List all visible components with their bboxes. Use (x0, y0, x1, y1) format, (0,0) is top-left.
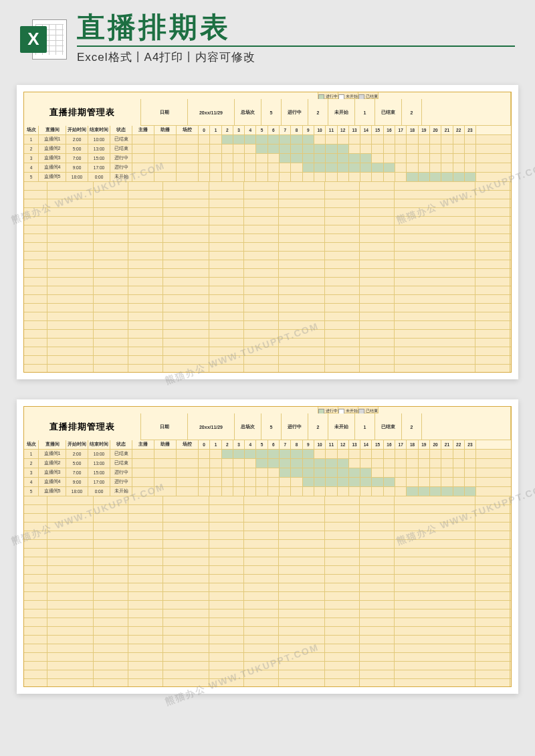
hour-header: 2 (222, 126, 233, 134)
hour-header: 20 (430, 440, 441, 449)
hour-header: 22 (453, 440, 465, 449)
hour-header: 23 (465, 440, 476, 449)
hour-header: 12 (338, 126, 349, 134)
sheet-title: 直播排期管理表 (24, 99, 141, 126)
stat-value: 2 (402, 99, 422, 126)
hour-header: 21 (441, 126, 453, 134)
hour-header: 18 (407, 440, 418, 449)
hour-header: 15 (372, 440, 383, 449)
stat-label: 未开始 (328, 99, 355, 126)
hour-header: 4 (245, 440, 256, 449)
table-row: 2直播间25:0013:00已结束 (24, 145, 511, 154)
stat-label: 进行中 (282, 99, 308, 126)
col-header-status: 状态 (110, 126, 132, 134)
col-header-assist: 助播 (154, 126, 177, 134)
col-header-anchor: 主播 (132, 126, 154, 134)
empty-grid (24, 182, 511, 372)
hour-header: 21 (441, 440, 453, 449)
title-block: 直播排期表 Excel格式丨A4打印丨内容可修改 (77, 13, 515, 65)
sheet-title: 直播排期管理表 (24, 413, 141, 440)
hour-header: 13 (349, 440, 360, 449)
hour-header: 19 (419, 440, 430, 449)
stat-value: 5 (261, 413, 282, 440)
hour-header: 11 (326, 126, 337, 134)
page-header: X 直播排期表 Excel格式丨A4打印丨内容可修改 (0, 0, 535, 72)
hour-header: 3 (233, 126, 245, 134)
hour-header: 10 (314, 440, 326, 449)
hour-header: 0 (199, 440, 210, 449)
hour-header: 10 (314, 126, 326, 134)
hour-header: 9 (303, 440, 314, 449)
col-header-start: 开始时间 (66, 126, 88, 134)
col-header-control: 场控 (177, 126, 199, 134)
col-header-idx: 场次 (24, 440, 39, 449)
stat-label: 总场次 (235, 413, 261, 440)
page-title: 直播排期表 (77, 13, 515, 41)
stat-label: 总场次 (235, 99, 261, 126)
hour-header: 17 (395, 126, 407, 134)
table-row: 3直播间37:0015:00进行中 (24, 468, 511, 478)
hour-header: 17 (395, 440, 407, 449)
preview-container: 进行中未开始已结束直播排期管理表日期20xx/11/29总场次5进行中2未开始1… (0, 72, 535, 707)
hour-header: 12 (338, 440, 349, 449)
hour-header: 18 (407, 126, 418, 134)
hour-header: 8 (291, 126, 302, 134)
hour-header: 4 (245, 126, 256, 134)
hour-header: 1 (210, 440, 221, 449)
sheet-preview-2: 进行中未开始已结束直播排期管理表日期20xx/11/29总场次5进行中2未开始1… (17, 399, 518, 694)
col-header-assist: 助播 (154, 440, 177, 449)
page-subtitle: Excel格式丨A4打印丨内容可修改 (77, 45, 515, 65)
stat-label: 日期 (141, 413, 188, 440)
col-header-start: 开始时间 (66, 440, 88, 449)
hour-header: 19 (419, 126, 430, 134)
stat-value: 5 (261, 99, 282, 126)
hour-header: 16 (384, 126, 395, 134)
table-row: 1直播间12:0010:00已结束 (24, 135, 511, 145)
hour-header: 5 (256, 126, 268, 134)
stat-label: 日期 (141, 99, 188, 126)
col-header-end: 结束时间 (88, 126, 110, 134)
stat-value: 1 (355, 99, 375, 126)
hour-header: 1 (210, 126, 221, 134)
hour-header: 20 (430, 126, 441, 134)
col-header-status: 状态 (110, 440, 132, 449)
table-row: 4直播间49:0017:00进行中 (24, 478, 511, 487)
hour-header: 16 (384, 440, 395, 449)
hour-header: 2 (222, 440, 233, 449)
hour-header: 7 (280, 126, 291, 134)
stat-value: 2 (308, 99, 328, 126)
hour-header: 5 (256, 440, 268, 449)
table-row: 5直播间518:000:00未开始 (24, 173, 511, 182)
stat-value: 20xx/11/29 (188, 99, 235, 126)
hour-header: 14 (360, 440, 372, 449)
hour-header: 23 (465, 126, 476, 134)
hour-header: 9 (303, 126, 314, 134)
table-row: 5直播间518:000:00未开始 (24, 487, 511, 496)
stat-label: 未开始 (328, 413, 355, 440)
hour-header: 3 (233, 440, 245, 449)
excel-icon: X (20, 16, 67, 63)
sheet-preview-1: 进行中未开始已结束直播排期管理表日期20xx/11/29总场次5进行中2未开始1… (17, 85, 518, 379)
hour-header: 0 (199, 126, 210, 134)
stat-value: 20xx/11/29 (188, 413, 235, 440)
stat-value: 1 (355, 413, 375, 440)
hour-header: 14 (360, 126, 372, 134)
hour-header: 13 (349, 126, 360, 134)
col-header-idx: 场次 (24, 126, 39, 134)
stat-value: 2 (308, 413, 328, 440)
col-header-control: 场控 (177, 440, 199, 449)
hour-header: 15 (372, 126, 383, 134)
stat-label: 已结束 (375, 99, 402, 126)
hour-header: 11 (326, 440, 337, 449)
stat-label: 已结束 (375, 413, 402, 440)
hour-header: 8 (291, 440, 302, 449)
hour-header: 6 (268, 440, 280, 449)
col-header-room: 直播间 (39, 126, 66, 134)
hour-header: 22 (453, 126, 465, 134)
col-header-anchor: 主播 (132, 440, 154, 449)
stat-value: 2 (402, 413, 422, 440)
stat-label: 进行中 (282, 413, 308, 440)
col-header-end: 结束时间 (88, 440, 110, 449)
empty-grid (24, 496, 511, 686)
col-header-room: 直播间 (39, 440, 66, 449)
